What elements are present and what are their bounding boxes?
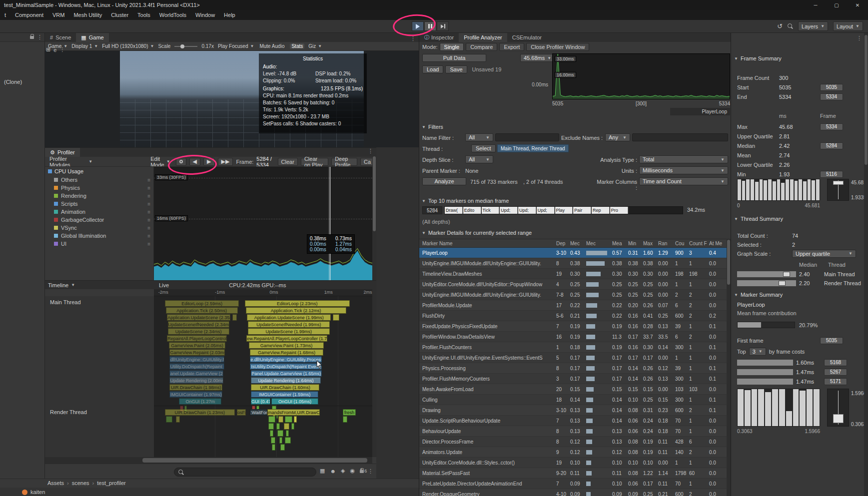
marker-row[interactable]: Mesh.AwakeFromLoad200.150.150.150.150.00… — [419, 384, 727, 395]
drag-handle-icon[interactable]: ≡ — [147, 177, 150, 183]
timeline-view-dropdown[interactable]: Timeline▼ — [45, 282, 154, 288]
details-column-header[interactable]: Mea — [610, 241, 626, 246]
current-frame-line[interactable] — [330, 167, 330, 280]
timeline-span[interactable] — [294, 416, 297, 423]
tag-icon[interactable]: ◈ — [341, 468, 345, 474]
timeline-span[interactable]: EditorLoop (2.59ms) — [165, 300, 239, 307]
breadcrumb-item[interactable]: test_profiler — [97, 480, 125, 486]
tab-game[interactable]: ▦Game — [76, 33, 108, 42]
marker-row[interactable]: FixedUpdate.PhysicsFixedUpdate70.190.190… — [419, 321, 727, 332]
timeline-span[interactable]: UIR.DrawChain (1.23ms) — [165, 409, 235, 416]
hierarchy-item[interactable]: (Clone) — [4, 79, 22, 85]
depth-slice-dropdown[interactable]: All▼ — [465, 155, 493, 163]
marker-row[interactable]: TimelineView.DrawMeshes190.300.300.300.3… — [419, 269, 727, 279]
frame-summary-header[interactable]: ▼Frame Summary — [734, 55, 782, 61]
breadcrumb-item[interactable]: Assets — [47, 480, 64, 486]
eye-icon[interactable]: ◉ — [350, 468, 355, 474]
clear-button[interactable]: Clear — [278, 158, 298, 166]
frame-badge[interactable]: 5334 — [820, 123, 843, 130]
live-toggle[interactable]: Live — [154, 282, 174, 288]
menu-item[interactable]: Window — [191, 10, 219, 20]
timeline-span[interactable] — [279, 437, 282, 444]
timeline-span[interactable] — [176, 416, 180, 423]
search-icon[interactable] — [788, 23, 793, 29]
top10-segment[interactable]: Tick — [482, 207, 500, 214]
timeline-span[interactable]: UpdateSceneIfNeeded (1.99ms) — [248, 321, 330, 328]
timeline-span[interactable]: UpdateScene (1.99ms) — [248, 328, 330, 335]
name-filter-input[interactable] — [495, 133, 559, 141]
timeline-span[interactable] — [272, 444, 275, 451]
close-profiler-window-button[interactable]: Close Profiler Window — [526, 43, 589, 51]
marker-row[interactable]: Animators.Update90.120.120.080.190.11140… — [419, 447, 727, 458]
drag-handle-icon[interactable]: ≡ — [147, 233, 150, 239]
marker-row[interactable]: Physics.Processing80.170.170.140.260.123… — [419, 363, 727, 374]
top-count-dropdown[interactable]: 3▼ — [749, 348, 766, 356]
marker-details-header[interactable]: ▼Marker Details for currently selected r… — [422, 230, 532, 236]
deep-profile-button[interactable]: Deep Profile — [331, 158, 357, 166]
marker-row[interactable]: PreLateUpdate.DirectorUpdateAnimationEnd… — [419, 479, 727, 489]
timeline-span[interactable]: UIR.DrawChain (1.60ms) — [251, 384, 319, 391]
marker-columns-dropdown[interactable]: Time and Count▼ — [639, 177, 728, 185]
cpu-module-item[interactable]: Others≡ — [45, 176, 153, 184]
details-column-header[interactable]: Marker Name — [419, 241, 554, 246]
top10-segment[interactable]: Upd; — [500, 207, 518, 214]
mode-button[interactable]: Compare — [466, 43, 497, 51]
slider-knob[interactable] — [180, 44, 184, 48]
timeline-span[interactable] — [285, 416, 292, 423]
thread-select-button[interactable]: Select — [471, 144, 496, 152]
timeline-span[interactable]: GameView.Repaint (1.68ms) — [250, 349, 323, 356]
lock-icon[interactable] — [360, 470, 364, 473]
timeline-span[interactable]: e.dll!UnityEngine::GUIUtility.ProcessE — [250, 356, 322, 363]
load-button[interactable]: Load — [422, 65, 443, 73]
timeline-span[interactable]: Application.Tick (2.12ms) — [246, 307, 346, 314]
timeline-span[interactable]: Application.UpdateScene (1.99ms) — [247, 314, 331, 321]
drag-handle-icon[interactable]: ≡ — [147, 217, 150, 223]
timeline-span[interactable] — [270, 430, 274, 437]
mode-button[interactable]: Export — [499, 43, 524, 51]
frame-badge[interactable]: 5116 — [820, 171, 843, 178]
search-field[interactable] — [174, 468, 316, 477]
frame-badge[interactable]: 5267 — [824, 369, 847, 376]
menu-item[interactable]: Cluster — [106, 10, 133, 20]
user-name[interactable]: kaiten — [30, 489, 45, 495]
maximize-button[interactable]: ▢ — [826, 0, 847, 10]
timeline-span[interactable] — [280, 444, 285, 451]
timeline-span[interactable]: :WaitForSign — [250, 409, 267, 416]
timeline-span[interactable] — [166, 416, 172, 423]
marker-row[interactable]: Culling180.140.140.100.250.1530010.1 — [419, 395, 727, 405]
timeline-span[interactable] — [284, 423, 289, 430]
kebab-menu-icon[interactable]: ⋮ — [410, 35, 419, 42]
timeline-span[interactable]: anel.Update.GameView (2.00ms) — [169, 370, 223, 377]
minimize-button[interactable]: ─ — [805, 0, 826, 10]
timeline-span[interactable]: OnGUI (1.05ms) — [271, 398, 318, 405]
gizmos-dropdown[interactable]: Giz▼ — [308, 43, 322, 49]
kebab-menu-icon[interactable]: ⋮ — [368, 468, 373, 475]
drag-handle-icon[interactable]: ≡ — [147, 201, 150, 207]
marker-row[interactable]: UnityEngine.UI.dll!UnityEngine.EventSyst… — [419, 353, 727, 363]
top10-segment[interactable]: Pro — [610, 207, 628, 214]
vertical-scrollbar[interactable] — [372, 155, 376, 457]
frame-badge[interactable]: 5035 — [820, 337, 843, 344]
marker-row[interactable]: UnityEngine.IMGUIModule.dll!UnityEngine:… — [419, 290, 727, 300]
vertical-scrollbar[interactable] — [864, 33, 868, 496]
top10-segment[interactable]: Upd; — [537, 207, 555, 214]
previous-frame-button[interactable]: ◀ — [189, 158, 200, 166]
frame-badge[interactable]: 5035 — [820, 84, 843, 91]
kebab-menu-icon[interactable]: ⋮ — [59, 46, 65, 53]
marker-row[interactable]: UnityEditor.CoreModule.dll!UnityEditor::… — [419, 279, 727, 290]
timeline-span[interactable] — [276, 423, 280, 430]
pull-data-button[interactable]: Pull Data — [422, 54, 486, 62]
frame-time-chart[interactable]: 33.00ms 16.00ms — [552, 53, 730, 99]
top10-marker-bar[interactable]: Draw(EditoTickUpd;Upd;Upd;PlayPairRepPro — [444, 206, 683, 214]
marker-row[interactable]: BehaviourUpdate80.130.130.060.240.187010… — [419, 426, 727, 437]
marker-row[interactable]: UnityEditor.CoreModule.dll::Styles..ccto… — [419, 458, 727, 468]
marker-row[interactable]: FlushDirty5-60.210.220.160.410.2560020.2 — [419, 311, 727, 321]
kebab-menu-icon[interactable]: ⋮ — [37, 34, 42, 40]
clear-on-play-button[interactable]: Clear on Play — [301, 158, 328, 166]
layout-dropdown[interactable]: Layout▼ — [833, 21, 863, 31]
units-dropdown[interactable]: Milliseconds▼ — [639, 166, 728, 174]
frame-badge[interactable]: 5168 — [824, 359, 847, 366]
drag-handle-icon[interactable]: ≡ — [147, 193, 150, 199]
thread-selection-value[interactable]: Main Thread, Render Thread — [497, 144, 569, 152]
analyze-button[interactable]: Analyze — [422, 177, 466, 185]
